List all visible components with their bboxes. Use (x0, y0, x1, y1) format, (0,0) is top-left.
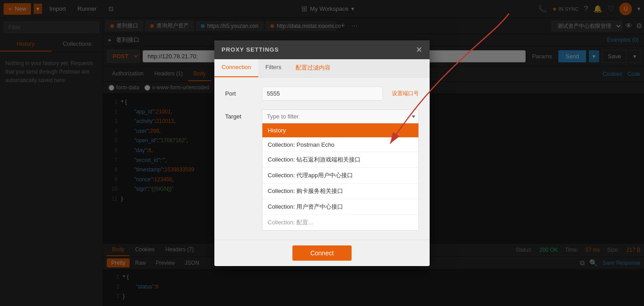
dropdown-item-postman-echo[interactable]: Collection: Postman Echo (262, 138, 418, 152)
modal-header: PROXY SETTINGS ✕ (214, 40, 430, 59)
dropdown-list: History Collection: Postman Echo Collect… (262, 123, 419, 231)
dropdown-item-history[interactable]: History (262, 123, 418, 138)
proxy-settings-modal: PROXY SETTINGS ✕ Connection Filters 配置过滤… (214, 40, 430, 266)
dropdown-item-diamond[interactable]: Collection: 钻石返利游戏端相关接口 (262, 152, 418, 168)
modal-title: PROXY SETTINGS (222, 46, 279, 53)
connect-button[interactable]: Connect (292, 245, 352, 261)
dropdown-item-user-assets[interactable]: Collection: 用户资产中心接口 (262, 199, 418, 215)
port-annotation: 设置端口号 (392, 90, 419, 97)
dropdown-item-more[interactable]: Collection: 配置... (262, 215, 418, 230)
target-label: Target (225, 109, 257, 120)
modal-tab-connection[interactable]: Connection (214, 59, 258, 77)
dropdown-item-card[interactable]: Collection: 购卡服务相关接口 (262, 184, 418, 199)
modal-close-button[interactable]: ✕ (416, 45, 422, 55)
target-row: Target ▾ History Collection: Postman Ech… (225, 109, 419, 231)
modal-tabs: Connection Filters 配置过滤内容 (214, 59, 430, 78)
port-label: Port (225, 90, 257, 97)
port-input[interactable] (262, 87, 383, 101)
dropdown-input-wrapper: ▾ (262, 109, 419, 123)
modal-overlay[interactable]: PROXY SETTINGS ✕ Connection Filters 配置过滤… (0, 0, 644, 306)
modal-footer: Connect (214, 240, 430, 266)
modal-tab-filters[interactable]: Filters (258, 59, 288, 77)
modal-body: Port 设置端口号 Target ▾ History Collection: … (214, 78, 430, 240)
modal-tab-configure[interactable]: 配置过滤内容 (288, 59, 338, 77)
dropdown-item-proxy-app[interactable]: Collection: 代理app用户中心接口 (262, 168, 418, 184)
target-filter-input[interactable] (262, 109, 419, 123)
target-dropdown-container: ▾ History Collection: Postman Echo Colle… (262, 109, 419, 231)
port-row: Port 设置端口号 (225, 87, 419, 101)
